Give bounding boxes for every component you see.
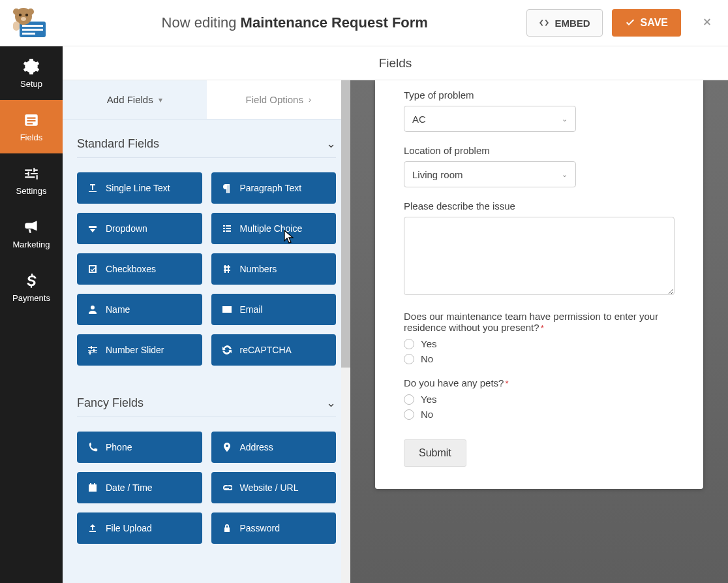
sidebar-item-fields[interactable]: Fields: [0, 100, 63, 153]
field-email[interactable]: Email: [211, 294, 337, 325]
chevron-down-icon: ⌄: [326, 136, 336, 151]
svg-rect-13: [27, 120, 36, 121]
page-title: Now editing Maintenance Request Form: [63, 14, 526, 31]
field-address[interactable]: Address: [211, 432, 337, 463]
save-label: SAVE: [641, 17, 668, 29]
name-icon: [87, 304, 98, 315]
preview-area: Type of problem AC ⌄ Location of problem…: [350, 80, 728, 583]
radio-label-no: No: [421, 409, 433, 420]
sliders-icon: [23, 165, 40, 182]
radio-permission-yes[interactable]: Yes: [404, 338, 675, 349]
panel-scroll: Standard Fields ⌄ Single Line TextParagr…: [63, 119, 350, 583]
select-type-of-problem[interactable]: AC ⌄: [404, 106, 576, 132]
field-number-slider[interactable]: Number Slider: [77, 334, 202, 366]
chevron-down-icon: ⌄: [562, 115, 568, 123]
textarea-describe[interactable]: [404, 217, 675, 295]
recaptcha-icon: [222, 345, 232, 355]
chevron-right-icon: ›: [309, 95, 311, 104]
form-icon: [23, 112, 40, 129]
field-name[interactable]: Name: [77, 294, 202, 325]
radio-pets-yes[interactable]: Yes: [404, 394, 675, 405]
gear-icon: [23, 58, 40, 75]
sidebar-item-settings[interactable]: Settings: [0, 153, 63, 207]
close-button[interactable]: [699, 15, 715, 31]
field-label: Name: [106, 304, 130, 315]
form-preview-card: Type of problem AC ⌄ Location of problem…: [375, 80, 703, 489]
multiple-choice-icon: [222, 223, 232, 234]
section-fancy-fields[interactable]: Fancy Fields ⌄: [77, 384, 336, 417]
phone-icon: [87, 442, 98, 452]
sidebar-item-marketing[interactable]: Marketing: [0, 207, 63, 260]
section-fancy-title: Fancy Fields: [77, 396, 144, 410]
chevron-down-icon: ▾: [159, 95, 162, 104]
field-file-upload[interactable]: File Upload: [77, 512, 202, 544]
radio-icon: [404, 354, 414, 364]
numbers-icon: [222, 264, 232, 274]
required-marker: *: [505, 379, 508, 388]
field-website-url[interactable]: Website / URL: [211, 472, 337, 503]
select-location[interactable]: Living room ⌄: [404, 161, 576, 187]
sidebar-item-payments[interactable]: Payments: [0, 260, 63, 314]
field-paragraph-text[interactable]: Paragraph Text: [211, 172, 337, 204]
sidebar-label-fields: Fields: [20, 133, 43, 142]
field-recaptcha[interactable]: reCAPTCHA: [211, 334, 337, 366]
embed-button[interactable]: EMBED: [526, 9, 602, 37]
tab-add-fields[interactable]: Add Fields ▾: [63, 80, 207, 119]
field-label: Numbers: [240, 264, 277, 274]
radio-pets-no[interactable]: No: [404, 409, 675, 420]
field-label: Password: [240, 523, 280, 533]
tab-add-label: Add Fields: [107, 94, 153, 105]
radio-permission-no[interactable]: No: [404, 353, 675, 364]
label-pets: Do you have any pets?*: [404, 377, 675, 388]
dollar-icon: [23, 272, 40, 289]
field-dropdown[interactable]: Dropdown: [77, 213, 202, 244]
field-password[interactable]: Password: [211, 512, 337, 544]
section-standard-fields[interactable]: Standard Fields ⌄: [77, 133, 336, 158]
sidebar-item-setup[interactable]: Setup: [0, 46, 63, 100]
required-marker: *: [541, 323, 544, 333]
field-date-time[interactable]: Date / Time: [77, 472, 202, 503]
radio-label-yes: Yes: [421, 338, 436, 349]
paragraph-text-icon: [222, 183, 232, 193]
field-label: Website / URL: [240, 482, 299, 493]
svg-point-5: [19, 14, 22, 16]
field-label: Address: [240, 442, 273, 452]
select-location-value: Living room: [412, 169, 463, 180]
check-icon: [625, 18, 635, 28]
title-form-name: Maintenance Request Form: [241, 14, 428, 31]
field-multiple-choice[interactable]: Multiple Choice: [211, 213, 337, 244]
field-single-line-text[interactable]: Single Line Text: [77, 172, 202, 204]
dropdown-icon: [87, 223, 98, 234]
wpforms-logo-icon: [12, 7, 51, 39]
field-label: Number Slider: [106, 345, 164, 355]
permission-text: Does our maintenance team have permissio…: [404, 311, 658, 333]
sidebar-label-marketing: Marketing: [12, 240, 50, 249]
website-url-icon: [222, 482, 232, 493]
address-icon: [222, 442, 232, 452]
chevron-down-icon: ⌄: [326, 396, 336, 410]
field-label: Single Line Text: [106, 183, 170, 193]
app-logo: [0, 0, 63, 46]
field-numbers[interactable]: Numbers: [211, 253, 337, 285]
sidebar-label-setup: Setup: [20, 79, 42, 89]
columns: Add Fields ▾ Field Options › Standard Fi…: [63, 80, 728, 583]
submit-button[interactable]: Submit: [404, 439, 466, 467]
fancy-fields-grid: PhoneAddressDate / TimeWebsite / URLFile…: [77, 432, 336, 544]
label-permission: Does our maintenance team have permissio…: [404, 311, 675, 333]
select-type-value: AC: [412, 114, 426, 125]
checkboxes-icon: [87, 264, 98, 274]
field-label: Multiple Choice: [240, 223, 303, 234]
pets-text: Do you have any pets?: [404, 377, 504, 388]
field-label: Paragraph Text: [240, 183, 302, 193]
main: Fields Add Fields ▾ Field Options › Stan…: [63, 46, 728, 583]
svg-rect-2: [22, 29, 43, 31]
tab-field-options[interactable]: Field Options ›: [207, 80, 351, 119]
save-button[interactable]: SAVE: [612, 9, 681, 37]
field-label: File Upload: [106, 523, 152, 533]
svg-rect-3: [22, 33, 35, 35]
code-icon: [539, 18, 549, 28]
scrollbar-thumb[interactable]: [341, 80, 350, 368]
field-label: Checkboxes: [106, 264, 156, 274]
field-phone[interactable]: Phone: [77, 432, 202, 463]
field-checkboxes[interactable]: Checkboxes: [77, 253, 202, 285]
